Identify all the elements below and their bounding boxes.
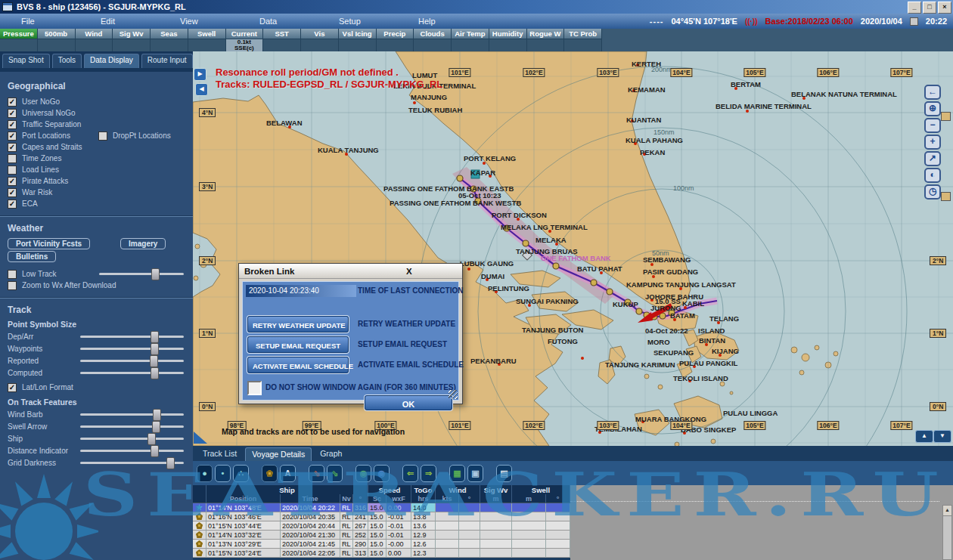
activate-email-schedule-button[interactable]: ACTIVATE EMAIL SCHEDULE (247, 357, 349, 373)
close-icon[interactable]: X (351, 267, 463, 276)
feature-ship-slider[interactable] (80, 438, 184, 440)
tab-graph[interactable]: Graph (314, 447, 348, 461)
globe-icon[interactable]: ◐ (924, 168, 941, 183)
feature-swell-arrow-slider[interactable] (80, 425, 184, 428)
do-not-show-checkbox[interactable] (247, 381, 262, 395)
geo-universal-nogo-checkbox[interactable]: ✓ (8, 109, 17, 118)
wx-button-vis[interactable]: Vis (301, 29, 339, 39)
close-button[interactable]: × (938, 2, 951, 14)
feature-distance-indicator-slider[interactable] (80, 450, 184, 452)
symbol-computed-slider-thumb[interactable] (151, 367, 159, 379)
symbol-reported-slider-thumb[interactable] (150, 355, 158, 367)
wx-button-tc-prob[interactable]: TC Prob (564, 29, 602, 39)
ok-button[interactable]: OK (365, 395, 452, 410)
excel-export-icon[interactable]: ▦ (449, 465, 465, 482)
calendar-icon[interactable] (910, 17, 918, 26)
minimize-button[interactable]: _ (908, 2, 921, 14)
table-row[interactable]: 01°14'N 103°32'E2020/10/04 21:30RL25215.… (193, 531, 570, 540)
wx-button-humidity[interactable]: Humidity (489, 29, 527, 39)
menu-help[interactable]: Help (397, 17, 476, 26)
wind-barb-right-icon[interactable]: ⇒ (421, 465, 436, 482)
column-header[interactable]: ° (353, 494, 368, 503)
print-icon[interactable]: ▤ (496, 465, 512, 482)
column-header[interactable]: Time (281, 494, 340, 503)
symbol-waypoints-slider[interactable] (80, 348, 184, 350)
geo-pirate-attacks-checkbox[interactable]: ✓ (8, 177, 17, 186)
feature-grid-darkness-slider-thumb[interactable] (166, 457, 175, 469)
tab-tools[interactable]: Tools (52, 54, 82, 68)
back-icon[interactable]: ← (924, 85, 941, 100)
geo-capes-and-straits-checkbox[interactable]: ✓ (8, 143, 17, 152)
wx-button-clouds[interactable]: Clouds (414, 29, 452, 39)
symbol-dep-arr-slider[interactable] (80, 336, 184, 338)
menu-setup[interactable]: Setup (318, 17, 397, 26)
wx-button-current[interactable]: Current (226, 29, 264, 39)
tab-route-input[interactable]: Route Input (141, 54, 193, 68)
tab-track-list[interactable]: Track List (197, 447, 243, 461)
wind-barb-left-icon[interactable]: ⇐ (402, 465, 418, 482)
symbol-reported-slider[interactable] (80, 360, 184, 362)
column-header[interactable]: Nv (340, 494, 353, 503)
wx-button-wind[interactable]: Wind (76, 29, 113, 39)
pentagon-marker-icon[interactable] (262, 465, 278, 482)
column-header[interactable]: m (512, 494, 546, 503)
save-icon[interactable]: ▣ (467, 465, 483, 482)
menu-view[interactable]: View (159, 17, 238, 26)
globe-one-icon[interactable]: ◉ (355, 465, 371, 482)
geo-eca-checkbox[interactable]: ✓ (8, 200, 17, 209)
pan-down-icon[interactable]: ▼ (933, 430, 951, 443)
tool-tab[interactable] (941, 192, 951, 201)
latlon-format-checkbox[interactable]: ✓ (8, 383, 17, 392)
wx-button-air-temp[interactable]: Air Temp (452, 29, 489, 39)
pan-left-icon[interactable]: ◀ (195, 83, 208, 96)
wx-button-vsl-icing[interactable]: Vsl Icing (339, 29, 377, 39)
clock-icon[interactable]: ◷ (924, 184, 941, 200)
geo-load-lines-checkbox[interactable] (8, 166, 17, 175)
tab-voyage-details[interactable]: Voyage Details (245, 447, 312, 461)
bulletins-button[interactable]: Bulletins (8, 251, 56, 262)
locate-icon[interactable]: ⊕ (924, 101, 941, 116)
zoom-in-icon[interactable]: + (924, 135, 941, 150)
feature-distance-indicator-slider-thumb[interactable] (151, 445, 159, 457)
zoom-out-icon[interactable]: − (924, 118, 941, 133)
wx-button-seas[interactable]: Seas (151, 29, 188, 39)
table-row[interactable]: 01°15'N 103°24'E2020/10/04 22:05RL31315.… (193, 549, 570, 558)
column-header[interactable]: ° (459, 494, 480, 503)
port-vicinity-button[interactable]: Port Vicinity Fcsts (8, 238, 90, 249)
geo-port-locations-checkbox[interactable]: ✓ (8, 131, 17, 141)
wx-button-sig-wv[interactable]: Sig Wv (113, 29, 151, 39)
waypoint-small-icon[interactable]: • (215, 465, 231, 482)
geo-war-risk-checkbox[interactable]: ✓ (8, 188, 17, 197)
waypoint-large-icon[interactable]: ● (197, 465, 213, 482)
wx-button-500mb[interactable]: 500mb (38, 29, 76, 39)
feature-ship-slider-thumb[interactable] (147, 433, 156, 445)
feature-wind-barb-slider-thumb[interactable] (153, 409, 161, 421)
column-header[interactable]: m (480, 494, 512, 503)
geo-time-zones-checkbox[interactable] (8, 154, 17, 163)
retry-weather-update-button[interactable]: RETRY WEATHER UPDATE (247, 316, 349, 333)
low-track-slider[interactable] (99, 273, 184, 275)
menu-file[interactable]: File (0, 17, 79, 26)
tab-snap-shot[interactable]: Snap Shot (2, 54, 50, 68)
globe-two-icon[interactable]: ◉ (374, 465, 390, 482)
scroll-up-icon[interactable]: ▲ (943, 506, 951, 516)
symbol-computed-slider[interactable] (80, 372, 184, 374)
zoom-wx-checkbox[interactable] (8, 281, 17, 290)
feature-wind-barb-slider[interactable] (80, 413, 184, 416)
feature-swell-arrow-slider-thumb[interactable] (152, 421, 160, 433)
column-header[interactable]: hrs (411, 494, 436, 503)
column-header[interactable]: kts (436, 494, 459, 503)
column-header[interactable]: ° (546, 494, 570, 503)
vertical-scrollbar[interactable]: ▲ (942, 505, 952, 560)
menu-edit[interactable]: Edit (79, 17, 159, 26)
wx-button-swell[interactable]: Swell (188, 29, 226, 39)
waypoint-multi-icon[interactable]: ∴ (233, 465, 249, 482)
maximize-button[interactable]: □ (923, 2, 936, 14)
wx-button-rogue-w[interactable]: Rogue W (527, 29, 565, 39)
symbol-dep-arr-slider-thumb[interactable] (151, 331, 159, 343)
dialog-title-bar[interactable]: Broken Link X (239, 264, 462, 279)
feature-grid-darkness-slider[interactable] (80, 462, 184, 464)
tab-data-display[interactable]: Data Display (84, 54, 139, 68)
column-header[interactable]: wxF (386, 494, 411, 503)
column-header[interactable] (193, 494, 206, 503)
